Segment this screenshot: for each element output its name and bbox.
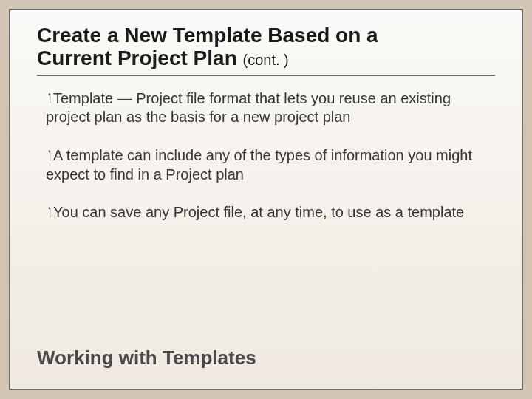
bullet-list: །Template — Project file format that let… bbox=[37, 89, 495, 222]
bullet-lead: Template bbox=[53, 90, 113, 106]
list-item: །Template — Project file format that let… bbox=[37, 89, 495, 127]
bullet-lead: You bbox=[53, 204, 78, 220]
slide: Create a New Template Based on a Current… bbox=[9, 9, 523, 390]
slide-title-line-2: Current Project Plan (cont. ) bbox=[37, 47, 495, 69]
list-item: །You can save any Project file, at any t… bbox=[37, 203, 495, 222]
slide-title-suffix: (cont. ) bbox=[243, 52, 289, 68]
slide-title-block: Create a New Template Based on a Current… bbox=[37, 24, 495, 76]
bullet-text: can save any Project file, at any time, … bbox=[78, 204, 465, 220]
bullet-lead: A bbox=[53, 147, 62, 163]
bullet-icon: ། bbox=[46, 147, 53, 163]
bullet-icon: ། bbox=[46, 204, 53, 220]
footer-title: Working with Templates bbox=[37, 347, 256, 369]
list-item: །A template can include any of the types… bbox=[37, 146, 495, 184]
title-underline bbox=[37, 75, 495, 76]
slide-title-line-1: Create a New Template Based on a bbox=[37, 24, 495, 47]
slide-title-line-2-main: Current Project Plan bbox=[37, 47, 243, 69]
bullet-text: template can include any of the types of… bbox=[46, 147, 472, 183]
bullet-icon: ། bbox=[46, 90, 53, 106]
